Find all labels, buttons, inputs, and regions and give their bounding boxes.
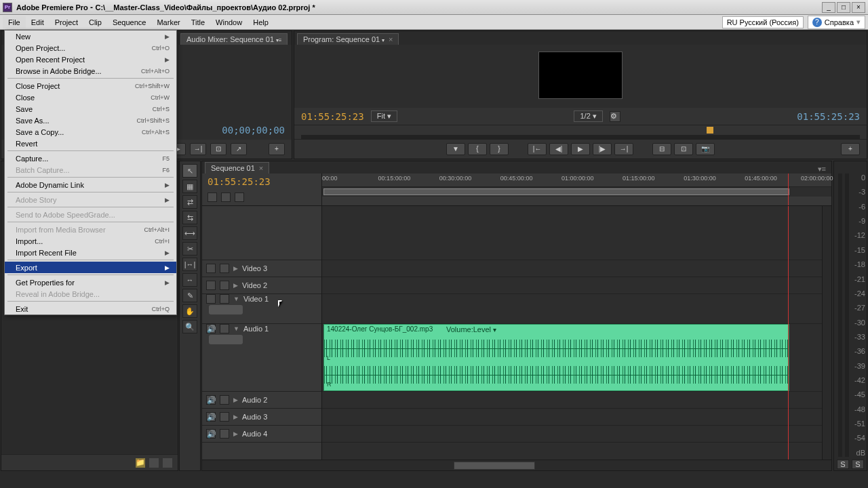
menu-marker[interactable]: Marker <box>151 16 185 28</box>
speaker-icon[interactable]: 🔊 <box>206 429 216 439</box>
menu-item-revert[interactable]: Revert <box>5 138 176 149</box>
rate-stretch-tool[interactable]: ⟷ <box>182 226 197 240</box>
extract-button[interactable]: ⊡ <box>674 143 693 155</box>
zoom-fit-select[interactable]: Fit ▾ <box>371 110 397 122</box>
volume-slider[interactable] <box>209 335 243 344</box>
menu-edit[interactable]: Edit <box>26 16 50 28</box>
button-editor[interactable]: + <box>841 143 860 155</box>
clip-volume-label[interactable]: Volume:Level ▾ <box>446 325 496 333</box>
speaker-icon[interactable]: 🔊 <box>206 324 216 333</box>
step-back-button[interactable]: ◀| <box>549 143 568 155</box>
menu-window[interactable]: Window <box>210 16 248 28</box>
playhead-marker-icon[interactable] <box>707 127 713 134</box>
marker-icon[interactable] <box>235 192 244 202</box>
menu-item-save[interactable]: SaveCtrl+S <box>5 103 176 115</box>
menu-item-save-as-[interactable]: Save As...Ctrl+Shift+S <box>5 115 176 126</box>
minimize-button[interactable]: _ <box>822 2 835 13</box>
src-insert-button[interactable]: →| <box>190 143 206 155</box>
snap-icon[interactable] <box>208 192 217 202</box>
lift-button[interactable]: ⊟ <box>652 143 671 155</box>
close-sequence-icon[interactable]: × <box>259 164 263 172</box>
step-forward-button[interactable]: |▶ <box>593 143 612 155</box>
audio-mixer-tab[interactable]: Audio Mixer: Sequence 01 ▾≡ <box>180 33 288 45</box>
track-head-a1[interactable]: 🔊▼Audio 1 <box>202 324 321 333</box>
track-head-v1[interactable]: ▼Video 1 <box>202 294 321 304</box>
resolution-select[interactable]: 1/2 ▾ <box>574 110 602 122</box>
language-selector[interactable]: RU Русский (Россия) <box>722 16 804 28</box>
rolling-edit-tool[interactable]: ⇆ <box>182 211 197 224</box>
track-head-a4[interactable]: 🔊▶Audio 4 <box>202 429 321 439</box>
menu-item-get-properties-for[interactable]: Get Properties for▶ <box>5 277 176 288</box>
lock-icon[interactable] <box>220 429 229 439</box>
menu-item-open-project-[interactable]: Open Project...Ctrl+O <box>5 42 176 54</box>
work-area-bar[interactable] <box>322 187 831 197</box>
eye-icon[interactable] <box>206 264 216 273</box>
speaker-icon[interactable]: 🔊 <box>206 395 216 405</box>
timeline-ruler-area[interactable]: 00:00 00:15:00:00 00:30:00:00 00:45:00:0… <box>322 174 831 205</box>
mark-in-button[interactable]: { <box>468 143 487 155</box>
track-head-v3[interactable]: ▶Video 3 <box>202 264 321 273</box>
panel-menu-icon[interactable]: ▾≡ <box>818 165 826 174</box>
timeline-playhead-line[interactable] <box>788 206 789 460</box>
horizontal-scrollbar[interactable] <box>202 460 831 470</box>
solo-r-button[interactable]: S <box>852 460 864 469</box>
menu-sequence[interactable]: Sequence <box>107 16 152 28</box>
hand-tool[interactable]: ✋ <box>182 304 197 318</box>
menu-item-open-recent-project[interactable]: Open Recent Project▶ <box>5 54 176 65</box>
lock-icon[interactable] <box>220 264 229 273</box>
menu-item-export[interactable]: Export▶ <box>5 262 176 273</box>
menu-item-import-recent-file[interactable]: Import Recent File▶ <box>5 247 176 258</box>
lock-icon[interactable] <box>220 294 229 304</box>
program-scrubber[interactable] <box>294 125 867 140</box>
add-marker-button[interactable]: ▼ <box>446 143 465 155</box>
help-search[interactable]: ? Справка ▾ <box>808 16 865 29</box>
menu-item-close-project[interactable]: Close ProjectCtrl+Shift+W <box>5 80 176 92</box>
opacity-slider[interactable] <box>209 305 243 314</box>
speaker-icon[interactable]: 🔊 <box>206 412 216 422</box>
menu-item-close[interactable]: CloseCtrl+W <box>5 92 176 103</box>
menu-item-adobe-dynamic-link[interactable]: Adobe Dynamic Link▶ <box>5 179 176 190</box>
track-head-a2[interactable]: 🔊▶Audio 2 <box>202 395 321 405</box>
eye-icon[interactable] <box>206 281 216 290</box>
lock-icon[interactable] <box>220 281 229 290</box>
menu-item-save-a-copy-[interactable]: Save a Copy...Ctrl+Alt+S <box>5 126 176 138</box>
track-head-v2[interactable]: ▶Video 2 <box>202 281 321 290</box>
slide-tool[interactable]: ↔ <box>182 273 197 287</box>
go-to-out-button[interactable]: →| <box>614 143 633 155</box>
sequence-tab[interactable]: Sequence 01× <box>205 162 269 174</box>
time-ruler[interactable]: 00:00 00:15:00:00 00:30:00:00 00:45:00:0… <box>322 174 831 187</box>
close-tab-icon[interactable]: × <box>389 35 393 43</box>
pen-tool[interactable]: ✎ <box>182 289 197 302</box>
src-add-button[interactable]: + <box>269 143 285 155</box>
play-button[interactable]: ▶ <box>571 143 590 155</box>
new-item-icon[interactable] <box>149 458 159 468</box>
menu-project[interactable]: Project <box>50 16 83 28</box>
go-to-in-button[interactable]: |← <box>528 143 547 155</box>
timeline-timecode[interactable]: 01:55:25:23 <box>208 176 316 187</box>
zoom-tool[interactable]: 🔍 <box>182 320 197 333</box>
export-frame-button[interactable]: 📷 <box>696 143 715 155</box>
ripple-edit-tool[interactable]: ⇄ <box>182 195 197 209</box>
program-tab[interactable]: Program: Sequence 01 ▾× <box>297 33 399 45</box>
vertical-scrollbar[interactable] <box>822 206 831 460</box>
menu-item-browse-in-adobe-bridge-[interactable]: Browse in Adobe Bridge...Ctrl+Alt+O <box>5 65 176 77</box>
audio-clip[interactable]: 140224-Олег Сунцов-БГ_002.mp3 Volume:Lev… <box>323 324 789 391</box>
menu-help[interactable]: Help <box>248 16 274 28</box>
menu-item-new[interactable]: New▶ <box>5 30 176 42</box>
lock-icon[interactable] <box>220 412 229 422</box>
src-overwrite-button[interactable]: ⊡ <box>210 143 226 155</box>
delete-icon[interactable] <box>163 458 172 468</box>
menu-title[interactable]: Title <box>186 16 210 28</box>
timeline-playhead[interactable] <box>788 174 789 205</box>
selection-tool[interactable]: ↖ <box>182 164 197 178</box>
menu-file[interactable]: File <box>3 16 26 28</box>
mark-out-button[interactable]: } <box>490 143 509 155</box>
menu-item-capture-[interactable]: Capture...F5 <box>5 152 176 164</box>
settings-icon[interactable]: ⚙ <box>610 111 620 122</box>
slip-tool[interactable]: |↔| <box>182 258 197 271</box>
solo-l-button[interactable]: S <box>837 460 849 469</box>
razor-tool[interactable]: ✂ <box>182 242 197 256</box>
track-select-tool[interactable]: ▦ <box>182 180 197 193</box>
eye-icon[interactable] <box>206 294 216 304</box>
maximize-button[interactable]: □ <box>837 2 850 13</box>
